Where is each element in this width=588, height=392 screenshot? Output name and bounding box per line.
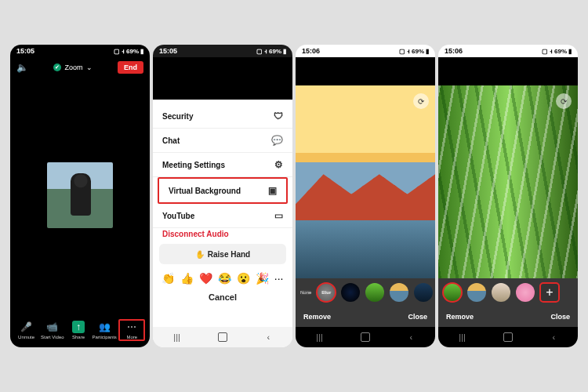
vb-options-row: None Blur bbox=[296, 278, 435, 307]
vb-option-bridge[interactable] bbox=[390, 283, 408, 302]
home-nav-icon[interactable] bbox=[503, 332, 513, 342]
menu-virtual-background[interactable]: Virtual Background▣ bbox=[158, 177, 288, 204]
vb-option-space[interactable] bbox=[341, 283, 360, 302]
reaction-wow[interactable]: 😮 bbox=[237, 272, 250, 285]
vb-options-row: + bbox=[438, 278, 578, 307]
menu-chat[interactable]: Chat💬 bbox=[153, 129, 292, 153]
status-bar: 15:05 ▢ ⫞69%▮ bbox=[10, 45, 150, 57]
vb-option-grass[interactable] bbox=[443, 283, 462, 302]
end-button[interactable]: End bbox=[118, 61, 143, 74]
reaction-heart[interactable]: ❤️ bbox=[199, 272, 212, 285]
back-nav-icon[interactable]: ‹ bbox=[261, 332, 275, 342]
participants-button[interactable]: 👥Participants bbox=[93, 321, 116, 339]
close-button[interactable]: Close bbox=[550, 313, 570, 321]
status-bar: 15:05 ▢ ⫞69%▮ bbox=[153, 45, 292, 57]
self-video-thumbnail[interactable] bbox=[47, 162, 113, 228]
rotate-camera-icon[interactable]: ⟳ bbox=[556, 93, 572, 109]
dimmed-background[interactable] bbox=[153, 57, 292, 100]
raise-hand-icon: ✋ bbox=[195, 250, 205, 259]
reaction-more[interactable]: ··· bbox=[274, 272, 284, 285]
recents-nav-icon[interactable]: ||| bbox=[456, 332, 470, 342]
status-bar: 15:06 ▢ ⫞69%▮ bbox=[438, 45, 578, 57]
android-nav-bar: ||| ‹ bbox=[153, 327, 292, 347]
back-nav-icon[interactable]: ‹ bbox=[546, 332, 561, 342]
android-nav-bar: ||| ‹ bbox=[438, 327, 578, 347]
youtube-icon: ▭ bbox=[274, 210, 283, 221]
call-topbar: 🔈 ✔ Zoom ⌄ End bbox=[10, 57, 150, 78]
zoom-title[interactable]: ✔ Zoom ⌄ bbox=[53, 64, 92, 71]
vb-action-row: Remove Close bbox=[296, 307, 435, 327]
clock: 15:06 bbox=[445, 47, 463, 55]
more-icon: ⋯ bbox=[125, 321, 138, 333]
android-nav-bar: ||| ‹ bbox=[296, 327, 435, 347]
speaker-icon[interactable]: 🔈 bbox=[16, 62, 28, 73]
vb-option-pink[interactable] bbox=[516, 283, 535, 302]
screen-vb-bridge: 15:06 ▢ ⫞69%▮ ⟳ None Blur Remove Close |… bbox=[296, 45, 435, 347]
video-area bbox=[10, 78, 150, 313]
menu-youtube[interactable]: YouTube▭ bbox=[153, 204, 292, 228]
vb-option-aurora[interactable] bbox=[414, 283, 433, 302]
image-person-icon: ▣ bbox=[268, 185, 277, 196]
menu-disconnect-audio[interactable]: Disconnect Audio bbox=[153, 228, 292, 239]
shield-check-icon: ✔ bbox=[53, 64, 61, 71]
remove-button[interactable]: Remove bbox=[303, 313, 331, 321]
screen-vb-grass: 15:06 ▢ ⫞69%▮ ⟳ + Remove Close ||| ‹ bbox=[438, 45, 578, 347]
home-nav-icon[interactable] bbox=[218, 332, 227, 342]
clock: 15:05 bbox=[16, 47, 34, 55]
reaction-joy[interactable]: 😂 bbox=[218, 272, 231, 285]
vb-option-grass[interactable] bbox=[365, 283, 384, 302]
share-icon: ↑ bbox=[72, 321, 85, 333]
unmute-button[interactable]: 🎤Unmute bbox=[15, 321, 38, 339]
remove-button[interactable]: Remove bbox=[446, 313, 474, 321]
more-button[interactable]: ⋯More bbox=[118, 319, 145, 341]
home-nav-icon[interactable] bbox=[361, 332, 370, 342]
recents-nav-icon[interactable]: ||| bbox=[170, 332, 184, 342]
status-bar: 15:06 ▢ ⫞69%▮ bbox=[296, 45, 435, 57]
vb-action-row: Remove Close bbox=[438, 307, 578, 327]
recents-nav-icon[interactable]: ||| bbox=[313, 332, 327, 342]
chevron-down-icon: ⌄ bbox=[86, 64, 93, 71]
start-video-button[interactable]: 📹Start Video bbox=[41, 321, 64, 339]
status-icons: ▢ ⫞69%▮ bbox=[542, 48, 572, 55]
chat-icon: 💬 bbox=[271, 135, 283, 146]
reaction-tada[interactable]: 🎉 bbox=[256, 272, 269, 285]
vb-header bbox=[438, 57, 578, 85]
clock: 15:05 bbox=[159, 47, 177, 55]
rotate-camera-icon[interactable]: ⟳ bbox=[413, 93, 429, 109]
status-icons: ▢ ⫞69%▮ bbox=[256, 48, 286, 55]
back-nav-icon[interactable]: ‹ bbox=[404, 332, 418, 342]
screen-more-menu: 15:05 ▢ ⫞69%▮ Security🛡 Chat💬 Meeting Se… bbox=[153, 45, 292, 347]
close-button[interactable]: Close bbox=[408, 313, 427, 321]
mic-off-icon: 🎤 bbox=[20, 321, 33, 333]
call-bottom-bar: 🎤Unmute 📹Start Video ↑Share 👥Participant… bbox=[10, 313, 150, 347]
reaction-row: 👏 👍 ❤️ 😂 😮 🎉 ··· bbox=[153, 269, 292, 288]
reaction-clap[interactable]: 👏 bbox=[162, 272, 175, 285]
vb-option-none[interactable]: None bbox=[300, 290, 311, 295]
menu-security[interactable]: Security🛡 bbox=[153, 104, 292, 129]
shield-icon: 🛡 bbox=[274, 111, 283, 122]
screen-main-call: 15:05 ▢ ⫞69%▮ 🔈 ✔ Zoom ⌄ End 🎤Unmute 📹St… bbox=[10, 45, 150, 347]
status-icons: ▢ ⫞69%▮ bbox=[114, 48, 143, 55]
reaction-thumbsup[interactable]: 👍 bbox=[180, 272, 194, 285]
video-off-icon: 📹 bbox=[46, 321, 59, 333]
vb-option-blur[interactable]: Blur bbox=[317, 283, 336, 302]
vb-option-bridge[interactable] bbox=[467, 283, 486, 302]
vb-preview-grass: ⟳ bbox=[438, 85, 578, 278]
more-action-sheet: Security🛡 Chat💬 Meeting Settings⚙ Virtua… bbox=[153, 100, 292, 327]
share-button[interactable]: ↑Share bbox=[67, 321, 90, 339]
raise-hand-button[interactable]: ✋Raise Hand bbox=[159, 244, 286, 264]
clock: 15:06 bbox=[302, 47, 320, 55]
cancel-button[interactable]: Cancel bbox=[153, 288, 292, 303]
vb-option-add[interactable]: + bbox=[540, 283, 559, 302]
vb-option-beach[interactable] bbox=[492, 283, 510, 302]
vb-header bbox=[296, 57, 435, 85]
vb-preview-bridge: ⟳ bbox=[296, 85, 435, 278]
gear-icon: ⚙ bbox=[274, 159, 283, 170]
status-icons: ▢ ⫞69%▮ bbox=[399, 48, 429, 55]
participants-icon: 👥 bbox=[98, 321, 111, 333]
menu-meeting-settings[interactable]: Meeting Settings⚙ bbox=[153, 153, 292, 177]
